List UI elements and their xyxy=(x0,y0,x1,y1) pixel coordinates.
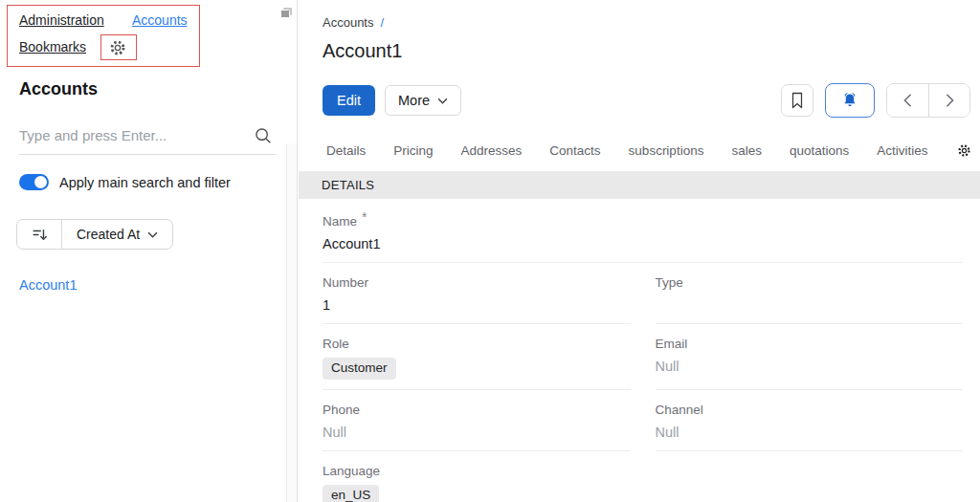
breadcrumb: Accounts/ xyxy=(299,0,980,30)
field-channel-value: Null xyxy=(656,424,964,441)
field-type-value xyxy=(656,296,964,314)
details-form: Name* Account1 Number 1 Type Role Custom… xyxy=(299,199,980,502)
previous-record-button[interactable] xyxy=(887,84,928,117)
more-button[interactable]: More xyxy=(385,85,461,116)
field-phone-label: Phone xyxy=(323,403,631,417)
tab-contacts[interactable]: Contacts xyxy=(549,143,600,158)
bookmark-icon xyxy=(790,92,805,109)
tab-sales[interactable]: sales xyxy=(731,143,762,158)
field-name-value: Account1 xyxy=(323,235,963,252)
action-bar: Edit More xyxy=(299,83,980,118)
chevron-down-icon xyxy=(437,98,448,104)
field-number: Number 1 xyxy=(323,275,631,324)
field-language-label: Language xyxy=(323,464,631,478)
field-phone: Phone Null xyxy=(323,403,631,451)
field-email-value: Null xyxy=(656,358,964,375)
nav-link-accounts[interactable]: Accounts xyxy=(132,12,188,28)
result-item-account1[interactable]: Account1 xyxy=(19,277,77,293)
record-pager xyxy=(886,83,970,118)
field-number-label: Number xyxy=(323,275,631,290)
next-record-button[interactable] xyxy=(928,84,969,117)
sort-field-dropdown[interactable]: Created At xyxy=(62,220,172,249)
toggle-label: Apply main search and filter xyxy=(59,175,231,190)
role-chip: Customer xyxy=(323,358,396,380)
field-phone-value: Null xyxy=(323,424,631,441)
field-channel-label: Channel xyxy=(656,403,964,417)
more-label: More xyxy=(398,93,430,108)
field-number-value: 1 xyxy=(323,296,631,314)
search-field xyxy=(19,120,276,155)
tab-quotations[interactable]: quotations xyxy=(790,143,849,158)
sort-descending-icon[interactable] xyxy=(17,220,62,249)
sort-field-label: Created At xyxy=(77,227,140,242)
chevron-left-icon xyxy=(903,94,912,107)
field-name: Name* Account1 xyxy=(323,213,963,263)
bell-icon xyxy=(840,91,859,110)
tab-addresses[interactable]: Addresses xyxy=(461,143,523,158)
language-chip: en_US xyxy=(323,485,379,502)
field-role-label: Role xyxy=(323,337,631,351)
tab-settings-gear-icon[interactable] xyxy=(956,142,972,159)
tab-details[interactable]: Details xyxy=(326,143,366,158)
chevron-right-icon xyxy=(946,94,954,107)
main-search-toggle-row: Apply main search and filter xyxy=(19,174,231,190)
sidebar-heading: Accounts xyxy=(19,79,98,99)
tab-activities[interactable]: Activities xyxy=(877,143,927,158)
field-email-label: Email xyxy=(656,337,964,351)
empty-cell xyxy=(656,464,964,502)
tab-subscriptions[interactable]: subscriptions xyxy=(629,143,704,158)
apply-search-toggle[interactable] xyxy=(19,174,49,190)
field-language: Language en_US xyxy=(323,464,631,502)
field-type: Type xyxy=(656,275,964,324)
header-icon-buttons xyxy=(781,83,970,118)
chevron-down-icon xyxy=(147,231,158,238)
breadcrumb-separator: / xyxy=(380,15,384,30)
field-type-label: Type xyxy=(656,275,964,290)
required-marker: * xyxy=(362,209,367,225)
nav-link-bookmarks[interactable]: Bookmarks xyxy=(19,39,86,55)
main-panel: Accounts/ Account1 Edit More xyxy=(299,0,980,502)
sort-control: Created At xyxy=(16,219,173,250)
details-section-header: DETAILS xyxy=(299,171,980,199)
edit-button[interactable]: Edit xyxy=(323,85,375,116)
section-title: DETAILS xyxy=(322,178,374,192)
sidebar: Administration Accounts Bookmarks Accoun… xyxy=(0,0,298,502)
search-icon[interactable] xyxy=(253,125,274,146)
bookmark-button[interactable] xyxy=(781,84,813,117)
field-email: Email Null xyxy=(656,337,964,390)
breadcrumb-accounts[interactable]: Accounts xyxy=(323,15,373,30)
panels-icon[interactable] xyxy=(278,5,295,22)
search-input[interactable] xyxy=(19,120,241,149)
page-title: Account1 xyxy=(299,30,980,62)
nav-link-administration[interactable]: Administration xyxy=(19,12,104,28)
tab-bar: Details Pricing Addresses Contacts subsc… xyxy=(299,138,980,163)
field-channel: Channel Null xyxy=(656,403,964,451)
field-role: Role Customer xyxy=(323,337,631,390)
field-name-label: Name xyxy=(323,214,357,229)
notifications-button[interactable] xyxy=(825,83,875,118)
sidebar-scrollbar[interactable] xyxy=(286,143,297,502)
gear-icon[interactable] xyxy=(108,38,127,57)
tab-pricing[interactable]: Pricing xyxy=(393,143,433,158)
